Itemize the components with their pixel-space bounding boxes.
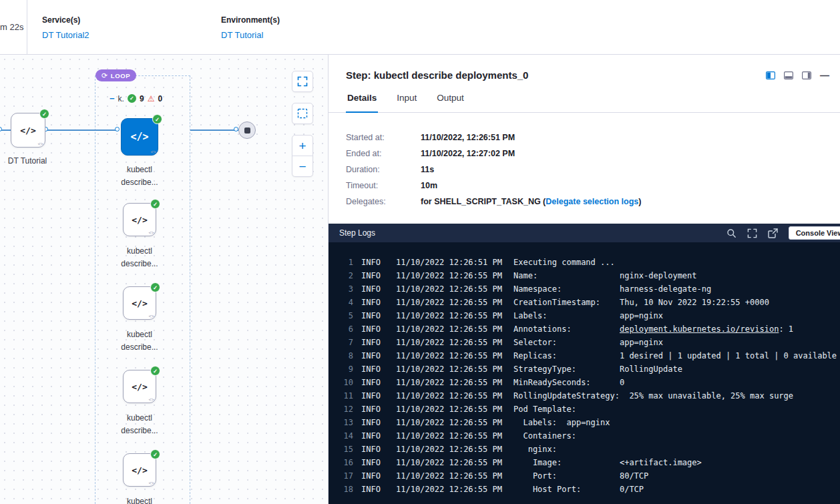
- step-details-panel: Step: kubectl describe deployments_0 — D…: [329, 55, 840, 504]
- detail-label: Ended at:: [346, 149, 421, 158]
- collapse-icon[interactable]: −: [110, 93, 115, 103]
- expand-icon: [297, 76, 308, 87]
- detail-label: Started at:: [346, 133, 421, 142]
- end-node: [238, 121, 256, 139]
- detail-value: for SHELL_SCRIPT_TASK_NG (Delegate selec…: [421, 197, 641, 206]
- step-logs-section: Step Logs Console View: [329, 224, 840, 504]
- services-group: Service(s) DT Tutorial2: [42, 0, 221, 54]
- detail-row: Duration: 11s: [346, 165, 823, 174]
- tab-details[interactable]: Details: [346, 93, 378, 113]
- step-node[interactable]: </> ✓: [123, 203, 156, 236]
- fullscreen-icon[interactable]: [747, 228, 757, 238]
- layout-split-icon[interactable]: [766, 71, 775, 79]
- log-actions: Console View: [726, 226, 840, 240]
- tab-output[interactable]: Output: [435, 93, 465, 112]
- log-line: 5INFO11/10/2022 12:26:55 PMLabels: app=n…: [329, 309, 840, 322]
- delegate-selection-logs-link[interactable]: Delegate selection logs: [546, 197, 638, 206]
- log-line: 4INFO11/10/2022 12:26:55 PMCreationTimes…: [329, 296, 840, 309]
- stop-icon: [244, 128, 250, 134]
- step-node-selected[interactable]: </> ✓: [121, 118, 158, 156]
- step-node-label: kubectl describe...: [103, 412, 176, 437]
- topbar-divider: [27, 0, 27, 54]
- loop-icon: ⟳: [101, 71, 108, 80]
- success-check-icon: ✓: [39, 109, 49, 119]
- step-label-line1: kubectl: [103, 495, 176, 504]
- detail-label: Timeout:: [346, 181, 421, 190]
- detail-value: 10m: [421, 181, 437, 190]
- log-line: 14INFO11/10/2022 12:26:55 PM Containers:: [329, 429, 840, 443]
- log-annotation-link[interactable]: deployment.kubernetes.io/revision: [620, 324, 779, 334]
- fit-to-screen-button[interactable]: [292, 71, 313, 92]
- log-line: 9INFO11/10/2022 12:26:55 PMStrategyType:…: [329, 362, 840, 376]
- detail-row: Timeout: 10m: [346, 181, 823, 190]
- console-lines: 1INFO11/10/2022 12:26:51 PMExecuting com…: [329, 256, 840, 496]
- main: ⟳ LOOP − k. ✓ 9 ⚠ 0 </> ✓: [0, 55, 840, 504]
- zoom-group: + −: [292, 135, 313, 177]
- success-check-icon: ✓: [150, 199, 160, 209]
- step-label-line2: describe...: [103, 425, 176, 437]
- tab-input[interactable]: Input: [395, 93, 418, 112]
- log-line: 16INFO11/10/2022 12:26:55 PM Image: <+ar…: [329, 456, 840, 469]
- warning-icon: ⚠: [148, 95, 155, 103]
- topbar: m 22s Service(s) DT Tutorial2 Environmen…: [0, 0, 840, 55]
- detail-value: 11/10/2022, 12:26:51 PM: [421, 133, 515, 142]
- environments-group: Environment(s) DT Tutorial: [221, 0, 280, 54]
- loop-badge: ⟳ LOOP: [95, 69, 136, 81]
- console-view-button[interactable]: Console View: [789, 226, 840, 240]
- success-count: 9: [140, 94, 144, 103]
- log-line: 11INFO11/10/2022 12:26:55 PMRollingUpdat…: [329, 389, 840, 403]
- delegates-text: for SHELL_SCRIPT_TASK_NG (: [421, 197, 546, 206]
- minimize-icon[interactable]: —: [820, 70, 829, 81]
- code-icon: </>: [20, 125, 35, 136]
- failed-count: 0: [158, 94, 162, 103]
- open-in-new-icon[interactable]: [768, 228, 778, 238]
- step-label-line1: kubectl: [103, 245, 176, 258]
- code-icon: </>: [132, 215, 147, 225]
- step-node[interactable]: </> ✓: [123, 370, 156, 403]
- zoom-selection-button[interactable]: [292, 103, 313, 124]
- log-line: 15INFO11/10/2022 12:26:55 PM nginx:: [329, 443, 840, 456]
- log-line: 8INFO11/10/2022 12:26:55 PMReplicas: 1 d…: [329, 349, 840, 362]
- stage-node-dt-tutorial[interactable]: </> ✓: [11, 113, 45, 148]
- loop-name: k.: [118, 94, 124, 103]
- console[interactable]: 1INFO11/10/2022 12:26:51 PMExecuting com…: [329, 242, 840, 504]
- code-icon: </>: [132, 465, 147, 475]
- loop-matrix-header: − k. ✓ 9 ⚠ 0: [110, 93, 162, 103]
- detail-row: Ended at: 11/10/2022, 12:27:02 PM: [346, 149, 823, 158]
- success-count-icon: ✓: [128, 94, 136, 103]
- log-line: 1INFO11/10/2022 12:26:51 PMExecuting com…: [329, 256, 840, 269]
- layout-bottom-icon[interactable]: [784, 71, 793, 79]
- step-node-label: kubectl describe...: [103, 245, 176, 270]
- connector-line: [190, 130, 238, 131]
- step-label-line1: kubectl: [103, 412, 176, 425]
- service-link[interactable]: DT Tutorial2: [42, 30, 89, 40]
- detail-row: Started at: 11/10/2022, 12:26:51 PM: [346, 133, 823, 142]
- search-icon[interactable]: [726, 228, 737, 238]
- zoom-out-button[interactable]: −: [292, 156, 313, 177]
- step-label-line1: kubectl: [103, 164, 176, 176]
- log-line: 13INFO11/10/2022 12:26:55 PM Labels: app…: [329, 416, 840, 429]
- delegates-text: ): [638, 197, 641, 206]
- detail-row: Delegates: for SHELL_SCRIPT_TASK_NG (Del…: [346, 197, 823, 206]
- connector-port: [115, 127, 120, 132]
- detail-label: Delegates:: [346, 197, 421, 206]
- step-node[interactable]: </> ✓: [123, 453, 156, 487]
- step-panel-title: Step: kubectl describe deployments_0: [346, 69, 766, 81]
- pipeline-graph: ⟳ LOOP − k. ✓ 9 ⚠ 0 </> ✓: [0, 55, 329, 504]
- connector-port: [234, 127, 238, 132]
- step-label-line2: describe...: [103, 258, 176, 270]
- marquee-icon: [297, 108, 308, 119]
- zoom-in-button[interactable]: +: [292, 135, 313, 156]
- panel-header: Step: kubectl describe deployments_0 —: [329, 55, 840, 81]
- panel-tabs: Details Input Output: [329, 93, 840, 113]
- code-icon: </>: [132, 382, 147, 392]
- log-line: 12INFO11/10/2022 12:26:55 PMPod Template…: [329, 403, 840, 416]
- layout-right-icon[interactable]: [802, 71, 811, 79]
- step-label-line2: describe...: [103, 176, 176, 189]
- detail-label: Duration:: [346, 165, 421, 174]
- environment-link[interactable]: DT Tutorial: [221, 30, 263, 40]
- step-node[interactable]: </> ✓: [123, 286, 156, 320]
- success-check-icon: ✓: [152, 114, 162, 124]
- code-icon: </>: [130, 131, 148, 143]
- app: m 22s Service(s) DT Tutorial2 Environmen…: [0, 0, 840, 504]
